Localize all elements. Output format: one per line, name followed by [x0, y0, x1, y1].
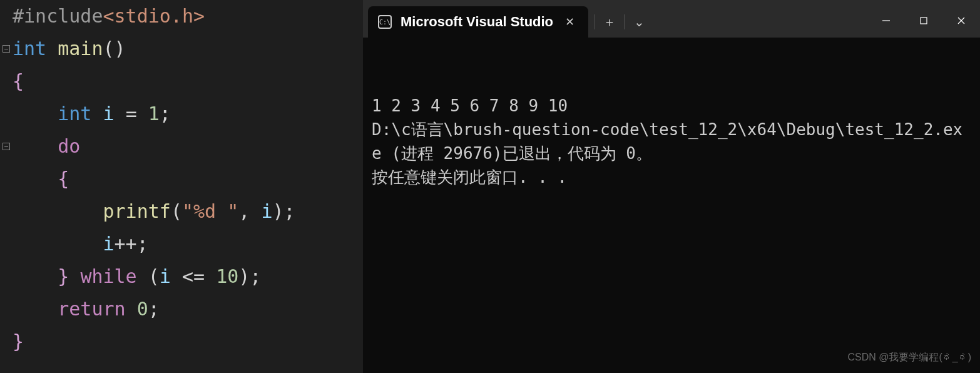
fold-toggle[interactable] [3, 143, 10, 150]
code-token [126, 293, 137, 325]
code-token [137, 260, 148, 293]
code-line[interactable]: return 0; [13, 293, 363, 325]
code-token: int [58, 98, 91, 130]
watermark: CSDN @我要学编程(ಥ_ಥ) [847, 345, 971, 369]
code-token: ) [238, 260, 250, 293]
tab-dropdown-button[interactable]: ⌄ [625, 9, 653, 34]
terminal-line: 按任意键关闭此窗口. . . [372, 165, 971, 189]
terminal-output[interactable]: 1 2 3 4 5 6 7 8 9 10D:\c语言\brush-questio… [363, 38, 980, 373]
new-tab-button[interactable]: ＋ [595, 9, 624, 34]
fold-toggle[interactable] [3, 45, 10, 53]
svg-rect-1 [921, 18, 927, 24]
code-token: printf [103, 195, 171, 228]
code-token: i [103, 98, 115, 130]
code-token [13, 228, 103, 260]
tab-close-button[interactable]: ✕ [562, 14, 577, 29]
editor-gutter [0, 0, 11, 373]
code-token: ( [171, 195, 182, 228]
code-token: { [58, 163, 69, 195]
app-container: #include<stdio.h>int main(){ int i = 1; … [0, 0, 980, 373]
code-token: ; [137, 228, 148, 260]
code-token: () [103, 33, 126, 65]
code-line[interactable]: do [13, 130, 363, 163]
code-token [205, 260, 216, 293]
code-line[interactable]: #include<stdio.h> [13, 0, 363, 33]
code-line[interactable]: { [13, 65, 363, 98]
window-controls [867, 6, 980, 38]
code-token: { [13, 65, 24, 98]
terminal-pane: C:\ Microsoft Visual Studio ✕ ＋ ⌄ [363, 0, 980, 373]
terminal-titlebar: C:\ Microsoft Visual Studio ✕ ＋ ⌄ [363, 0, 980, 38]
code-token [46, 33, 58, 65]
code-token [171, 260, 182, 293]
maximize-button[interactable] [905, 6, 942, 35]
code-token: ; [250, 260, 261, 293]
code-token: <stdio.h> [103, 0, 205, 33]
code-token: ++ [115, 228, 137, 260]
code-line[interactable]: int main() [13, 33, 363, 65]
code-token [137, 98, 148, 130]
code-line[interactable]: i++; [13, 228, 363, 260]
code-token: } [58, 260, 69, 293]
terminal-icon: C:\ [378, 15, 392, 29]
maximize-icon [919, 16, 928, 25]
code-line[interactable]: } [13, 325, 363, 358]
code-token: do [58, 130, 80, 163]
terminal-tab[interactable]: C:\ Microsoft Visual Studio ✕ [368, 6, 588, 38]
terminal-tab-title: Microsoft Visual Studio [401, 14, 553, 30]
code-token [115, 98, 126, 130]
code-token: ) [272, 195, 283, 228]
code-token [13, 195, 103, 228]
code-token [13, 163, 58, 195]
code-token: <= [182, 260, 205, 293]
code-token: while [80, 260, 136, 293]
code-token [91, 98, 103, 130]
code-token: int [13, 33, 46, 65]
code-token: ; [284, 195, 295, 228]
code-token: "%d " [182, 195, 238, 228]
code-token: 10 [216, 260, 238, 293]
code-token: i [160, 260, 171, 293]
code-line[interactable]: } while (i <= 10); [13, 260, 363, 293]
code-token: return [58, 293, 125, 325]
code-line[interactable]: int i = 1; [13, 98, 363, 130]
code-token: #include [13, 0, 103, 33]
terminal-line: D:\c语言\brush-question-code\test_12_2\x64… [372, 118, 971, 165]
code-token: i [103, 228, 115, 260]
code-token [13, 260, 58, 293]
code-editor-pane[interactable]: #include<stdio.h>int main(){ int i = 1; … [0, 0, 363, 373]
close-window-button[interactable] [942, 6, 980, 35]
code-token: ; [148, 293, 160, 325]
code-line[interactable]: { [13, 163, 363, 195]
terminal-line: 1 2 3 4 5 6 7 8 9 10 [372, 94, 971, 118]
code-area[interactable]: #include<stdio.h>int main(){ int i = 1; … [13, 0, 363, 358]
code-token: ( [148, 260, 160, 293]
code-token: 0 [137, 293, 148, 325]
code-token: ; [160, 98, 171, 130]
code-token: i [261, 195, 272, 228]
tab-actions: ＋ ⌄ [588, 6, 660, 38]
code-token [69, 260, 80, 293]
code-token [13, 293, 58, 325]
code-token [13, 98, 58, 130]
code-token: } [13, 325, 24, 358]
code-token: , [238, 195, 261, 228]
minimize-icon [882, 16, 891, 25]
code-token: main [58, 33, 103, 65]
close-icon [957, 16, 966, 25]
minimize-button[interactable] [867, 6, 905, 35]
code-token [13, 130, 58, 163]
code-token: = [126, 98, 137, 130]
code-token: 1 [148, 98, 160, 130]
code-line[interactable]: printf("%d ", i); [13, 195, 363, 228]
